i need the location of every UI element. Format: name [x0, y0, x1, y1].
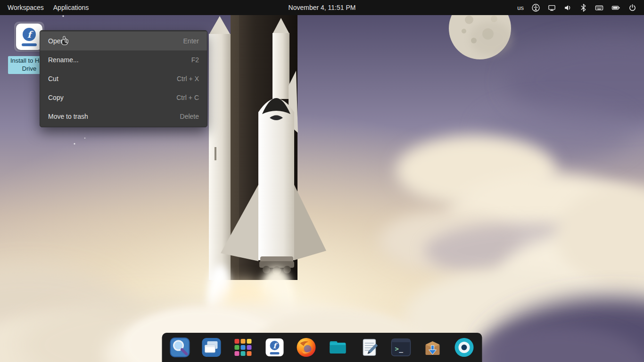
applications-menu[interactable]: Applications — [49, 1, 94, 14]
media-writer-icon: f — [16, 24, 42, 50]
media-writer-icon: f — [264, 337, 286, 358]
accessibility-icon[interactable] — [532, 4, 540, 12]
menu-item-shortcut: Delete — [180, 113, 199, 120]
keyboard-layout-indicator[interactable]: us — [517, 4, 524, 11]
menu-item-move-to-trash[interactable]: Move to trash Delete — [40, 107, 207, 126]
menu-item-cut[interactable]: Cut Ctrl + X — [40, 69, 207, 88]
terminal-icon: > _ — [390, 337, 412, 358]
dock-item-package-installer[interactable] — [422, 337, 444, 358]
svg-text:_: _ — [399, 345, 404, 353]
menu-item-shortcut: Ctrl + C — [176, 94, 199, 101]
dock: f — [162, 333, 482, 362]
menu-item-copy[interactable]: Copy Ctrl + C — [40, 88, 207, 107]
menu-item-label: Move to trash — [48, 113, 88, 120]
dock-item-window-switcher[interactable] — [201, 337, 223, 358]
menu-item-label: Cut — [48, 75, 58, 82]
clock[interactable]: November 4, 11:51 PM — [289, 0, 356, 15]
dock-item-file-search[interactable] — [169, 337, 191, 358]
context-menu: Open Enter Rename... F2 Cut Ctrl + X Cop… — [40, 30, 207, 127]
battery-icon[interactable] — [611, 4, 620, 12]
dock-item-software[interactable] — [454, 337, 475, 358]
system-tray: us — [517, 4, 644, 12]
dock-item-firefox[interactable] — [296, 337, 317, 358]
power-icon[interactable] — [628, 4, 636, 12]
dock-item-text-editor[interactable] — [359, 337, 380, 358]
screen: Workspaces Applications November 4, 11:5… — [0, 0, 644, 362]
panel-menus: Workspaces Applications — [0, 1, 93, 14]
dock-item-app-grid[interactable] — [232, 337, 254, 358]
dock-item-terminal[interactable]: > _ — [390, 337, 412, 358]
desktop[interactable]: f Install to Hard Drive Open Enter Renam… — [0, 15, 644, 362]
keyboard-icon[interactable] — [595, 4, 603, 12]
volume-icon[interactable] — [564, 4, 572, 12]
firefox-icon — [296, 337, 317, 358]
dock-item-files[interactable] — [327, 337, 349, 358]
app-grid-icon — [232, 337, 254, 358]
menu-item-shortcut: Enter — [183, 37, 199, 45]
menu-item-open[interactable]: Open Enter — [40, 32, 207, 50]
workspaces-menu[interactable]: Workspaces — [3, 1, 49, 14]
window-switcher-icon — [201, 337, 223, 358]
file-search-icon — [169, 337, 191, 358]
menu-item-label: Copy — [48, 94, 64, 101]
package-installer-icon — [422, 337, 444, 358]
bluetooth-icon[interactable] — [580, 4, 587, 12]
fedora-logo: f — [23, 28, 36, 41]
software-icon — [454, 337, 475, 358]
top-panel: Workspaces Applications November 4, 11:5… — [0, 0, 644, 15]
menu-item-label: Open — [48, 37, 64, 45]
menu-item-shortcut: F2 — [191, 56, 199, 64]
menu-item-label: Rename... — [48, 56, 79, 64]
screen-icon[interactable] — [548, 4, 556, 12]
menu-item-shortcut: Ctrl + X — [177, 75, 199, 82]
text-editor-icon — [359, 337, 380, 358]
svg-text:>: > — [395, 345, 399, 353]
icon-bar — [22, 43, 37, 46]
dock-item-media-writer[interactable]: f — [264, 337, 286, 358]
menu-item-rename[interactable]: Rename... F2 — [40, 50, 207, 69]
files-folder-icon — [327, 337, 349, 358]
